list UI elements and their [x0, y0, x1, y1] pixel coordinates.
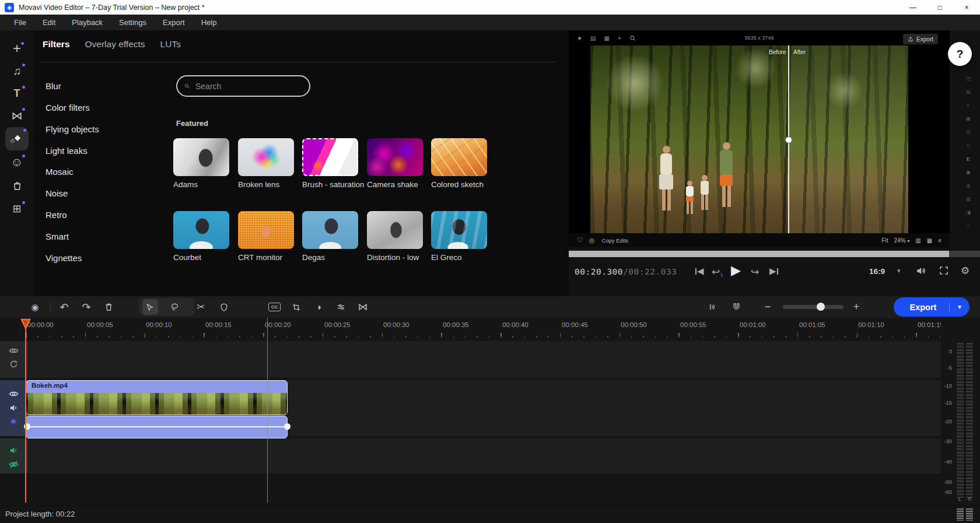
- filter-card-degas[interactable]: Degas: [302, 211, 358, 262]
- sidebar-item-store[interactable]: [0, 177, 34, 194]
- crop-button[interactable]: [289, 296, 303, 318]
- skip-to-end-button[interactable]: ▶: [769, 266, 778, 276]
- preview-tool-icon[interactable]: ◨: [964, 210, 972, 215]
- snap-button[interactable]: [729, 296, 743, 318]
- favorite-heart-icon[interactable]: ♡: [577, 236, 583, 244]
- tab-luts[interactable]: LUTs: [160, 39, 181, 50]
- color-target-icon[interactable]: ◎: [589, 237, 595, 244]
- audio-track[interactable]: [0, 438, 941, 473]
- category-vignettes[interactable]: Vignettes: [46, 253, 82, 263]
- sidebar-item-audio[interactable]: ♫: [0, 62, 34, 80]
- filter-card-adams[interactable]: Adams: [173, 138, 229, 189]
- redo-button[interactable]: ↷: [79, 296, 93, 318]
- menu-playback[interactable]: Playback: [64, 15, 111, 30]
- category-blur[interactable]: Blur: [46, 81, 61, 91]
- video-preview[interactable]: Before After: [590, 45, 908, 233]
- sidebar-item-filters[interactable]: ◆ ◇: [0, 130, 34, 148]
- sidebar-item-titles[interactable]: T: [0, 85, 34, 102]
- filter-card-brush-saturation[interactable]: Brush - saturation: [302, 138, 358, 189]
- category-light-leaks[interactable]: Light leaks: [46, 146, 88, 156]
- view-mode-icon[interactable]: ▥: [915, 237, 921, 244]
- zoom-in-button[interactable]: +: [849, 296, 863, 318]
- track-visibility-toggle[interactable]: [9, 346, 19, 356]
- undo-button[interactable]: ↶: [57, 296, 71, 318]
- preview-tool-icon[interactable]: ◇: [964, 143, 972, 148]
- previous-frame-button[interactable]: ↩1: [712, 266, 723, 278]
- video-clip-bokeh[interactable]: Bokeh.mp4: [26, 380, 288, 415]
- playhead-marker[interactable]: [20, 318, 31, 329]
- category-color-filters[interactable]: Color filters: [46, 103, 90, 113]
- skip-to-start-button[interactable]: ◀: [695, 266, 704, 276]
- sidebar-item-import[interactable]: +: [0, 40, 34, 57]
- filter-card-broken-lens[interactable]: Broken lens: [238, 138, 294, 189]
- track-effects-toggle[interactable]: [9, 417, 19, 427]
- preview-settings-button[interactable]: ⚙: [961, 265, 970, 277]
- filter-card-courbet[interactable]: Courbet: [173, 211, 229, 262]
- menu-edit[interactable]: Edit: [34, 15, 64, 30]
- export-button[interactable]: Export ▾: [894, 297, 970, 317]
- select-tool-button[interactable]: [143, 296, 157, 318]
- playback-progress-bar[interactable]: [569, 251, 980, 257]
- captions-button[interactable]: CC: [268, 303, 281, 311]
- cut-button[interactable]: ✂: [194, 296, 208, 318]
- filter-card-camera-shake[interactable]: Camera shake: [367, 138, 423, 189]
- category-smart[interactable]: Smart: [46, 231, 69, 241]
- filter-card-crt-monitor[interactable]: CRT monitor: [238, 211, 294, 262]
- marker-button[interactable]: [217, 296, 231, 318]
- motion-tracking-button[interactable]: ⋈: [356, 296, 370, 318]
- preview-tool-icon[interactable]: ◳: [964, 76, 972, 81]
- play-button[interactable]: ▶: [731, 263, 741, 278]
- filter-card-colored-sketch[interactable]: Colored sketch: [431, 138, 487, 189]
- track-mute-toggle[interactable]: [9, 445, 19, 456]
- before-after-handle[interactable]: [785, 136, 792, 143]
- volume-button[interactable]: [915, 265, 926, 276]
- preview-tool-icon[interactable]: ▥: [964, 196, 972, 202]
- track-hidden-toggle[interactable]: [9, 459, 19, 470]
- menu-help[interactable]: Help: [193, 15, 225, 30]
- search-input[interactable]: [194, 81, 302, 92]
- zoom-slider-thumb[interactable]: [817, 303, 825, 311]
- preview-tool-icon[interactable]: ◫: [964, 129, 972, 135]
- timeline-zoom-slider[interactable]: [783, 305, 844, 309]
- lasso-tool-button[interactable]: [167, 296, 181, 318]
- playhead-line[interactable]: [25, 320, 26, 503]
- menu-settings[interactable]: Settings: [111, 15, 155, 30]
- preview-tool-icon[interactable]: ▦: [964, 116, 972, 121]
- track-link-toggle[interactable]: [9, 359, 19, 370]
- preview-tool-icon[interactable]: ◐: [964, 103, 972, 108]
- list-view-icon[interactable]: ≡: [938, 237, 942, 244]
- zoom-out-button[interactable]: −: [761, 296, 775, 318]
- record-button[interactable]: ◉: [28, 296, 42, 318]
- fullscreen-button[interactable]: [939, 265, 949, 276]
- grid-view-icon[interactable]: ▦: [927, 237, 932, 244]
- sidebar-item-more-tools[interactable]: ⊞: [0, 200, 34, 217]
- close-button[interactable]: ×: [953, 0, 980, 15]
- category-noise[interactable]: Noise: [46, 188, 68, 198]
- filter-card-el-greco[interactable]: El Greco: [431, 211, 487, 262]
- preview-tool-icon[interactable]: ◍: [964, 183, 972, 188]
- volume-keyframe-handle[interactable]: [284, 423, 290, 430]
- volume-envelope-line[interactable]: [26, 426, 288, 427]
- tab-filters[interactable]: Filters: [43, 39, 70, 50]
- menu-file[interactable]: File: [6, 15, 34, 30]
- sidebar-item-stickers[interactable]: ☺: [0, 153, 34, 171]
- category-retro[interactable]: Retro: [46, 210, 67, 220]
- track-visibility-toggle[interactable]: [9, 389, 19, 399]
- delete-button[interactable]: [102, 296, 116, 318]
- tab-overlay-effects[interactable]: Overlay effects: [85, 39, 145, 50]
- maximize-button[interactable]: □: [926, 0, 953, 15]
- next-frame-button[interactable]: ↪: [751, 266, 759, 278]
- time-ruler[interactable]: 00:00:00 00:00:05 00:00:10 00:00:15 00:0…: [0, 318, 941, 339]
- preview-tool-icon[interactable]: ▣: [964, 170, 972, 175]
- menu-export[interactable]: Export: [155, 15, 193, 30]
- help-button[interactable]: ?: [948, 42, 972, 66]
- minimize-button[interactable]: —: [900, 0, 926, 15]
- preview-tool-icon[interactable]: ◧: [964, 156, 972, 162]
- fit-button[interactable]: Fit: [881, 237, 888, 244]
- chevron-down-icon[interactable]: ▾: [897, 267, 901, 275]
- sidebar-item-transitions[interactable]: ⋈: [0, 107, 34, 124]
- preview-export-button[interactable]: Export: [903, 34, 938, 44]
- aspect-ratio-dropdown[interactable]: 16:9: [869, 267, 885, 276]
- filter-card-distortion-low[interactable]: Distortion - low: [367, 211, 423, 262]
- zoom-level-dropdown[interactable]: 24% ▾: [894, 237, 909, 244]
